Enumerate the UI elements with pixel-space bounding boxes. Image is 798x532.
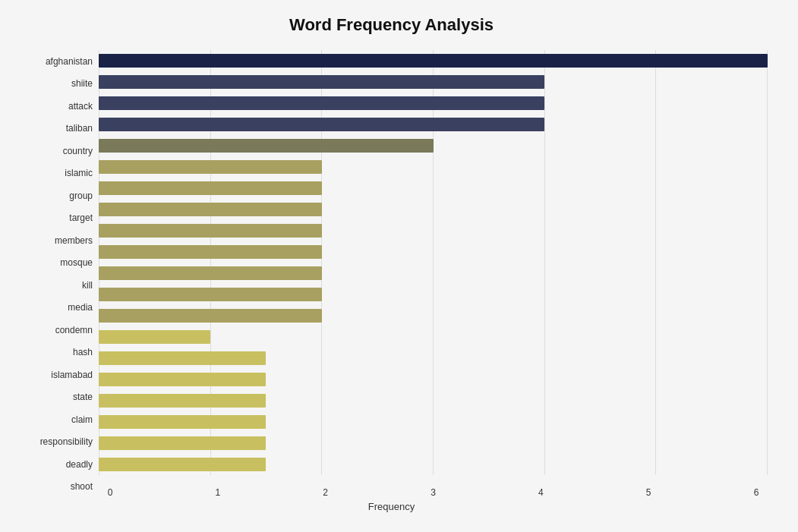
bar — [99, 139, 434, 153]
y-label: condemn — [15, 322, 93, 338]
y-label: shiite — [15, 75, 93, 92]
chart-title: Word Frequency Analysis — [15, 15, 768, 35]
bar-row — [99, 456, 768, 473]
y-label: islamic — [15, 165, 93, 181]
chart-area: afghanistanshiiteattacktalibancountryisl… — [15, 50, 768, 498]
bar-row — [99, 329, 768, 345]
y-label: shoot — [15, 478, 93, 495]
bar — [99, 181, 322, 195]
y-label: media — [15, 299, 93, 316]
bar-row — [99, 392, 768, 409]
y-label: deadly — [15, 456, 93, 473]
bar-row — [99, 307, 768, 324]
y-label: islamabad — [15, 367, 93, 383]
bar — [99, 330, 210, 344]
y-label: country — [15, 143, 93, 159]
bar-row — [99, 222, 768, 239]
bar-row — [99, 159, 768, 175]
bar-row — [99, 265, 768, 282]
bar — [99, 394, 266, 408]
bar-row — [99, 116, 768, 133]
y-label: attack — [15, 98, 93, 115]
bar-row — [99, 180, 768, 197]
y-axis-labels: afghanistanshiiteattacktalibancountryisl… — [15, 50, 99, 498]
bar — [99, 245, 322, 259]
bar-row — [99, 286, 768, 303]
bar-row — [99, 74, 768, 90]
bar — [99, 373, 266, 386]
bar — [99, 224, 322, 238]
bar — [99, 266, 322, 280]
chart-container: Word Frequency Analysis afghanistanshiit… — [0, 0, 798, 532]
y-label: claim — [15, 411, 93, 428]
y-label: mosque — [15, 254, 93, 271]
bar-row — [99, 414, 768, 430]
y-label: afghanistan — [15, 53, 93, 70]
bar — [99, 75, 544, 89]
y-label: responsibility — [15, 433, 93, 450]
y-label: taliban — [15, 120, 93, 137]
y-label: state — [15, 389, 93, 405]
y-label: group — [15, 187, 93, 204]
bar — [99, 118, 544, 131]
bar — [99, 351, 266, 365]
bar — [99, 160, 322, 174]
bar-row — [99, 201, 768, 218]
bars-and-grid: 0123456 — [99, 50, 768, 498]
y-label: hash — [15, 344, 93, 360]
bar-row — [99, 350, 768, 367]
bar — [99, 203, 322, 216]
y-label: members — [15, 232, 93, 249]
bar — [99, 458, 266, 471]
bar — [99, 54, 768, 68]
bar — [99, 436, 266, 450]
x-axis-title: Frequency — [15, 501, 768, 512]
bar-row — [99, 52, 768, 69]
bar — [99, 288, 322, 301]
bar — [99, 96, 544, 110]
bar-row — [99, 435, 768, 452]
y-label: target — [15, 209, 93, 226]
bar — [99, 309, 322, 323]
bar-row — [99, 95, 768, 112]
bar — [99, 415, 266, 429]
bar-row — [99, 137, 768, 154]
bar-row — [99, 371, 768, 388]
bar-row — [99, 244, 768, 260]
y-label: kill — [15, 277, 93, 294]
bars-column — [99, 50, 768, 498]
